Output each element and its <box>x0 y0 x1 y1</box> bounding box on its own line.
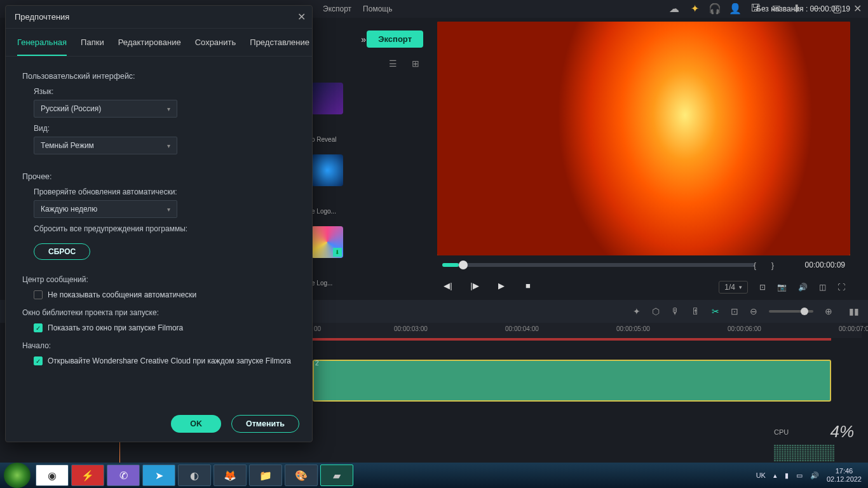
task-app-red[interactable]: ⚡ <box>71 464 104 486</box>
select-updates[interactable]: Каждую неделю▾ <box>34 200 177 218</box>
headset-icon[interactable]: 🎧 <box>709 3 721 14</box>
task-firefox[interactable]: 🦊 <box>214 464 247 486</box>
label-start: Начало: <box>22 341 295 350</box>
titlebar-icons: ☁ ✦ 🎧 👤 🖫 ✉ ⬇ — ▢ ✕ <box>668 3 863 14</box>
library-thumb[interactable] <box>311 154 343 186</box>
scrub-bar[interactable] <box>442 263 755 267</box>
zoom-out-icon[interactable]: ⊖ <box>750 306 757 316</box>
preview-controls: { } 00:00:00:09 ◀| |▶ ▶ ■ 1/4▾ ⊡ 📷 🔊 ◫ ⛶ <box>437 259 850 296</box>
label-updates: Проверяйте обновления автоматически: <box>34 187 295 196</box>
tab-folders[interactable]: Папки <box>81 37 104 56</box>
voiceover-icon[interactable]: 🎙 <box>671 306 680 316</box>
minimize-icon[interactable]: — <box>811 3 822 14</box>
tab-general[interactable]: Генеральная <box>17 37 67 56</box>
preview-panel <box>437 22 850 255</box>
checkbox-show-library-label: Показать это окно при запуске Filmora <box>48 323 183 332</box>
tab-editing[interactable]: Редактирование <box>118 37 181 56</box>
label-language: Язык: <box>34 87 295 96</box>
label-libwin: Окно библиотеки проекта при запуске: <box>22 308 295 317</box>
lib-label: e Logo... <box>311 208 349 215</box>
library-thumb[interactable] <box>311 83 343 114</box>
ok-button[interactable]: OK <box>171 415 221 433</box>
render-icon[interactable]: ✦ <box>633 306 641 316</box>
cloud-icon[interactable]: ☁ <box>668 3 680 14</box>
chevron-down-icon: ▾ <box>167 105 170 112</box>
tray-up-icon[interactable]: ▴ <box>773 471 777 480</box>
zoom-slider[interactable] <box>769 310 813 313</box>
tab-performance[interactable]: Представление <box>250 37 309 56</box>
tray-volume-icon[interactable]: 🔊 <box>810 471 819 480</box>
prev-frame-icon[interactable]: ◀| <box>442 281 454 290</box>
label-msgcenter: Центр сообщений: <box>22 275 295 284</box>
fullscreen-icon[interactable]: ⛶ <box>837 283 845 292</box>
task-gauge[interactable]: ◐ <box>178 464 211 486</box>
task-filmora[interactable]: ▰ <box>320 464 353 486</box>
close-icon[interactable]: ✕ <box>851 3 863 14</box>
marker-icon[interactable]: ⬡ <box>652 306 660 316</box>
library-thumb[interactable]: ⬇ <box>311 226 343 258</box>
quality-select[interactable]: 1/4▾ <box>719 281 748 294</box>
task-telegram[interactable]: ➤ <box>142 464 175 486</box>
timeline-clip[interactable]: 2 <box>313 360 831 402</box>
tray-lang[interactable]: UK <box>756 471 766 479</box>
export-button[interactable]: Экспорт <box>367 30 423 48</box>
maximize-icon[interactable]: ▢ <box>831 3 843 14</box>
volume-icon[interactable]: 🔊 <box>798 283 808 292</box>
select-language[interactable]: Русский (Россия)▾ <box>34 100 177 118</box>
display-icon[interactable]: ⊡ <box>759 283 766 292</box>
bulb-icon[interactable]: ✦ <box>689 3 700 14</box>
mail-icon[interactable]: ✉ <box>770 3 782 14</box>
lib-label: o Reveal <box>311 136 349 143</box>
task-paint[interactable]: 🎨 <box>285 464 318 486</box>
crop-icon[interactable]: ✂ <box>712 306 719 316</box>
dialog-tabs: Генеральная Папки Редактирование Сохрани… <box>6 29 312 57</box>
checkbox-hide-messages-label: Не показывать сообщения автоматически <box>48 290 196 299</box>
system-tray: UK ▴ ▮ ▭ 🔊 17:46 02.12.2022 <box>750 467 868 484</box>
list-view-icon[interactable]: ☰ <box>389 58 397 69</box>
tab-save[interactable]: Сохранить <box>195 37 236 56</box>
checkbox-open-cloud[interactable]: ✓ <box>34 356 43 365</box>
tray-network-icon[interactable]: ▮ <box>785 471 789 480</box>
label-reset: Сбросить все предупреждения программы: <box>34 224 295 233</box>
dialog-title: Предпочтения <box>6 6 312 29</box>
reset-button[interactable]: СБРОС <box>34 243 90 260</box>
lib-label: e Log... <box>311 280 349 287</box>
chevron-down-icon: ▾ <box>167 206 170 213</box>
start-button[interactable] <box>4 463 31 488</box>
snapshot-icon[interactable]: 📷 <box>777 283 787 292</box>
task-chrome[interactable]: ◉ <box>36 464 69 486</box>
tray-battery-icon[interactable]: ▭ <box>796 471 803 480</box>
task-explorer[interactable]: 📁 <box>249 464 282 486</box>
menu-export[interactable]: Экспорт <box>323 4 351 13</box>
taskbar: ◉ ⚡ ✆ ➤ ◐ 🦊 📁 🎨 ▰ UK ▴ ▮ ▭ 🔊 17:46 02.12… <box>0 463 868 488</box>
cancel-button[interactable]: Отменить <box>231 415 299 433</box>
play-icon[interactable]: ▶ <box>496 281 507 290</box>
fit-icon[interactable]: ⊡ <box>731 306 738 316</box>
dialog-close-icon[interactable]: ✕ <box>297 11 306 23</box>
preview-timecode: 00:00:00:09 <box>805 261 845 269</box>
select-view[interactable]: Темный Режим▾ <box>34 137 177 154</box>
compare-icon[interactable]: ◫ <box>819 283 826 292</box>
tray-clock[interactable]: 17:46 02.12.2022 <box>827 467 862 484</box>
label-view: Вид: <box>34 124 295 133</box>
task-viber[interactable]: ✆ <box>107 464 140 486</box>
checkbox-open-cloud-label: Открывайте Wondershare Creative Cloud пр… <box>48 356 291 365</box>
section-ui: Пользовательский интерфейс: <box>22 72 295 81</box>
menu-help[interactable]: Помощь <box>363 4 392 13</box>
mark-in-out-icon[interactable]: { } <box>754 261 780 270</box>
download-icon[interactable]: ⬇ <box>790 3 802 14</box>
next-frame-icon[interactable]: |▶ <box>469 281 480 290</box>
timeline-layout-icon[interactable]: ▮▮ <box>849 306 859 316</box>
avatar-icon[interactable]: 👤 <box>729 3 741 14</box>
stop-icon[interactable]: ■ <box>522 281 534 290</box>
audio-mixer-icon[interactable]: 🎚 <box>691 306 700 316</box>
preferences-dialog: Предпочтения ✕ Генеральная Папки Редакти… <box>5 5 313 442</box>
overflow-chevron-icon[interactable]: » <box>361 34 366 44</box>
save-icon[interactable]: 🖫 <box>750 3 761 14</box>
checkbox-show-library[interactable]: ✓ <box>34 323 43 332</box>
grid-view-icon[interactable]: ⊞ <box>412 58 419 69</box>
zoom-in-icon[interactable]: ⊕ <box>825 306 832 316</box>
section-other: Прочее: <box>22 172 295 181</box>
chevron-down-icon: ▾ <box>167 142 170 149</box>
checkbox-hide-messages[interactable] <box>34 290 43 299</box>
